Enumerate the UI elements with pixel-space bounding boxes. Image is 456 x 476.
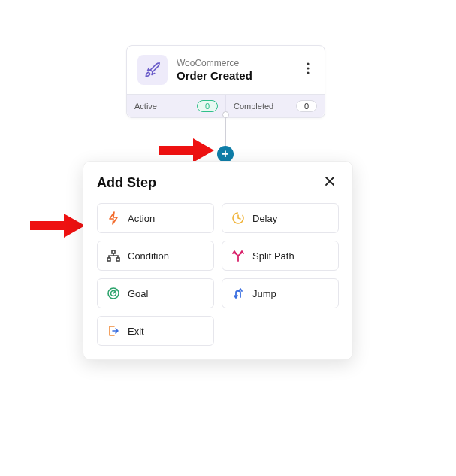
svg-point-1 (307, 67, 309, 69)
stat-completed-count: 0 (296, 100, 317, 112)
svg-rect-5 (107, 258, 110, 261)
step-jump-button[interactable]: Jump (222, 278, 339, 308)
target-icon (107, 287, 120, 300)
annotation-arrow-icon (26, 211, 86, 241)
step-label: Jump (252, 288, 276, 299)
trigger-title: Order Created (177, 69, 302, 82)
lightning-icon (107, 211, 120, 225)
trigger-header: WooCommerce Order Created (127, 46, 325, 94)
modal-title: Add Step (97, 175, 156, 191)
add-step-modal: Add Step Action Delay Condition (83, 161, 353, 360)
split-icon (231, 249, 245, 262)
step-condition-button[interactable]: Condition (97, 241, 214, 271)
stat-completed-label: Completed (234, 102, 273, 111)
stat-active-label: Active (134, 102, 157, 111)
svg-rect-4 (112, 250, 115, 253)
stat-active: Active 0 (127, 95, 225, 117)
step-exit-button[interactable]: Exit (97, 316, 214, 346)
rocket-icon (137, 55, 168, 85)
trigger-text: WooCommerce Order Created (177, 58, 302, 82)
step-label: Delay (252, 213, 277, 224)
modal-header: Add Step (97, 174, 339, 193)
step-split-path-button[interactable]: Split Path (222, 241, 339, 271)
step-label: Goal (128, 288, 148, 299)
jump-icon (231, 287, 245, 300)
stat-active-count: 0 (197, 100, 218, 112)
sitemap-icon (107, 249, 120, 262)
step-label: Condition (128, 250, 169, 262)
svg-point-0 (307, 62, 309, 65)
close-icon[interactable] (321, 174, 339, 193)
step-delay-button[interactable]: Delay (222, 203, 339, 233)
stat-completed: Completed 0 (225, 95, 325, 117)
svg-point-2 (307, 71, 309, 74)
trigger-card[interactable]: WooCommerce Order Created Active 0 Compl… (126, 45, 325, 118)
clock-icon (231, 211, 245, 225)
add-step-button[interactable]: + (217, 146, 234, 162)
step-label: Exit (128, 326, 144, 337)
step-label: Action (128, 213, 155, 224)
step-goal-button[interactable]: Goal (97, 278, 214, 308)
trigger-subtitle: WooCommerce (177, 58, 302, 68)
step-label: Split Path (252, 250, 294, 262)
step-grid: Action Delay Condition Split Path Goal (97, 203, 339, 346)
exit-icon (107, 324, 120, 338)
kebab-menu-icon[interactable] (302, 59, 314, 80)
connector-node (222, 111, 229, 118)
svg-rect-6 (116, 258, 119, 261)
step-action-button[interactable]: Action (97, 203, 214, 233)
